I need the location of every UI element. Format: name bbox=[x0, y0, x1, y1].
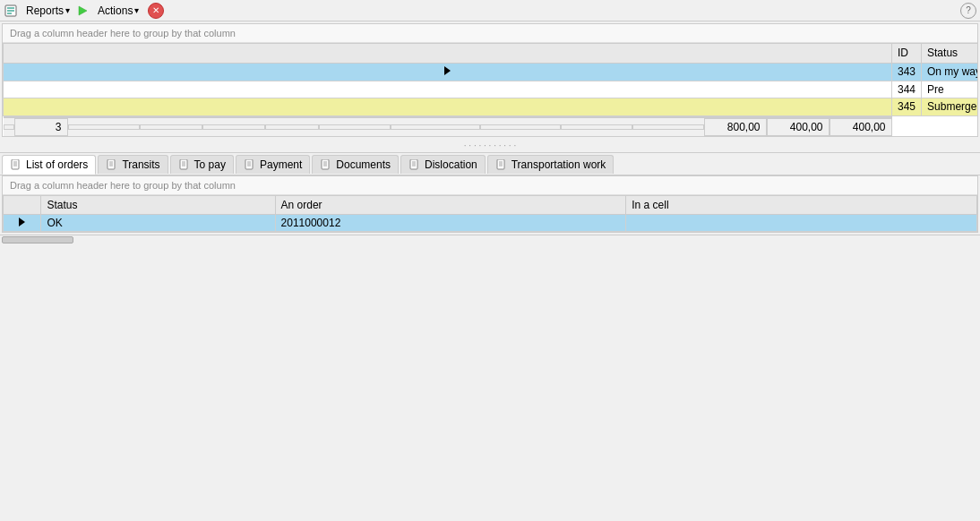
row-arrow-icon bbox=[444, 66, 451, 75]
cell-id: 343 bbox=[892, 63, 922, 81]
col-header-marker bbox=[4, 44, 892, 64]
reports-button[interactable]: Reports ▾ bbox=[21, 3, 75, 19]
cell-id: 345 bbox=[892, 98, 922, 115]
totals-type bbox=[202, 124, 265, 130]
tab-label: To pay bbox=[194, 158, 226, 171]
svg-rect-5 bbox=[12, 159, 19, 169]
tab-icon bbox=[408, 158, 421, 171]
tab-label: Transportation work bbox=[511, 158, 606, 171]
tab-to-pay[interactable]: To pay bbox=[170, 155, 234, 174]
lower-col-marker bbox=[4, 195, 41, 214]
tab-label: Dislocation bbox=[425, 158, 477, 171]
help-icon[interactable]: ? bbox=[960, 3, 976, 19]
svg-rect-29 bbox=[497, 159, 504, 169]
tab-label: Documents bbox=[336, 158, 391, 171]
lower-col-an-order[interactable]: An order bbox=[275, 195, 626, 214]
cell-status: Submerged bbox=[922, 98, 977, 115]
lower-col-status[interactable]: Status bbox=[41, 195, 275, 214]
lower-col-in-a-cell[interactable]: In a cell bbox=[626, 195, 977, 214]
tab-transits[interactable]: Transits bbox=[98, 155, 168, 174]
totals-debt: 400,00 bbox=[830, 118, 892, 136]
drag-hint-main: Drag a column header here to group by th… bbox=[3, 24, 977, 43]
tab-label: List of orders bbox=[26, 158, 88, 171]
totals-number bbox=[265, 124, 319, 130]
col-header-id[interactable]: ID bbox=[892, 44, 922, 64]
lower-row-marker bbox=[4, 214, 41, 231]
scrollbar-thumb[interactable] bbox=[2, 236, 73, 243]
toolbar: Reports ▾ Actions ▾ ✕ ? bbox=[0, 0, 980, 21]
tab-icon bbox=[10, 158, 22, 171]
table-row[interactable]: 344Pre09.11.2020Delivery20112WeSCANIA 32… bbox=[4, 81, 978, 98]
cell-status: On my way bbox=[922, 63, 977, 81]
lower-cell-an-order: 2011000012 bbox=[275, 214, 626, 231]
drag-hint-lower: Drag a column header here to group by th… bbox=[3, 176, 977, 195]
totals-date bbox=[140, 124, 202, 130]
totals-paid: 400,00 bbox=[767, 118, 830, 136]
row-marker-cell bbox=[4, 98, 892, 115]
svg-rect-17 bbox=[245, 159, 253, 169]
cell-status: Pre bbox=[922, 81, 977, 98]
tab-transportation-work[interactable]: Transportation work bbox=[487, 155, 615, 174]
totals-transport bbox=[391, 124, 480, 130]
svg-rect-9 bbox=[107, 159, 115, 169]
lower-table-row[interactable]: OK2011000012 bbox=[4, 214, 977, 231]
svg-rect-21 bbox=[322, 159, 329, 169]
actions-label: Actions bbox=[98, 4, 133, 17]
reports-icon bbox=[4, 4, 18, 18]
main-table-area: Drag a column header here to group by th… bbox=[2, 23, 978, 137]
totals-city-to bbox=[632, 124, 704, 130]
svg-marker-4 bbox=[79, 6, 87, 15]
row-marker-cell bbox=[4, 81, 892, 98]
row-marker-cell bbox=[4, 63, 892, 81]
tabs-bar: List of ordersTransitsTo payPaymentDocum… bbox=[0, 152, 980, 175]
totals-driver bbox=[480, 124, 561, 130]
actions-button[interactable]: Actions ▾ bbox=[92, 3, 144, 19]
table-row[interactable]: 345Submerged17.02.2021Shipping21021Carri… bbox=[4, 98, 978, 115]
svg-rect-13 bbox=[180, 159, 187, 169]
totals-row: 3 800,00 400,00 400,00 bbox=[4, 116, 892, 136]
main-table-body: 343On my way05.11.2020Shipping20111Carri… bbox=[4, 63, 978, 115]
tab-icon bbox=[244, 158, 256, 171]
lower-cell-status: OK bbox=[41, 214, 275, 231]
col-header-status[interactable]: Status bbox=[922, 44, 977, 64]
totals-carrier bbox=[319, 124, 391, 130]
tab-icon bbox=[495, 158, 508, 171]
tab-icon bbox=[178, 158, 191, 171]
tab-documents[interactable]: Documents bbox=[312, 155, 399, 174]
tab-icon bbox=[320, 158, 332, 171]
tab-label: Transits bbox=[122, 158, 159, 171]
svg-rect-25 bbox=[410, 159, 417, 169]
tab-list-of-orders[interactable]: List of orders bbox=[2, 155, 96, 175]
table-header-row: ID Status Date Type Number Carrier Trans… bbox=[4, 44, 978, 64]
lower-section: Drag a column header here to group by th… bbox=[2, 175, 978, 233]
lower-data-table: Status An order In a cell OK2011000012 bbox=[3, 195, 977, 232]
tab-payment[interactable]: Payment bbox=[236, 155, 310, 174]
bottom-scrollbar-area bbox=[0, 235, 980, 245]
tab-icon bbox=[106, 158, 118, 171]
cell-id: 344 bbox=[892, 81, 922, 98]
lower-row-arrow-icon bbox=[19, 218, 25, 226]
lower-cell-in-a-cell bbox=[626, 214, 977, 231]
tab-label: Payment bbox=[260, 158, 302, 171]
main-data-table: ID Status Date Type Number Carrier Trans… bbox=[3, 43, 977, 136]
main-table-wrapper: ID Status Date Type Number Carrier Trans… bbox=[3, 43, 977, 136]
reports-arrow: ▾ bbox=[65, 5, 70, 15]
totals-marker bbox=[4, 124, 14, 130]
totals-count: 3 bbox=[14, 118, 68, 136]
splitter[interactable]: · · · · · · · · · · · bbox=[0, 139, 980, 152]
totals-topay: 800,00 bbox=[704, 118, 767, 136]
reports-label: Reports bbox=[26, 4, 64, 17]
lower-table-body: OK2011000012 bbox=[4, 214, 977, 231]
totals-city-from bbox=[561, 124, 632, 130]
table-row[interactable]: 343On my way05.11.2020Shipping20111Carri… bbox=[4, 63, 978, 81]
actions-icon bbox=[75, 4, 90, 18]
totals-status bbox=[68, 124, 140, 130]
actions-arrow: ▾ bbox=[134, 5, 139, 15]
lower-header-row: Status An order In a cell bbox=[4, 195, 977, 214]
close-button[interactable]: ✕ bbox=[148, 3, 164, 19]
tab-dislocation[interactable]: Dislocation bbox=[400, 155, 486, 174]
